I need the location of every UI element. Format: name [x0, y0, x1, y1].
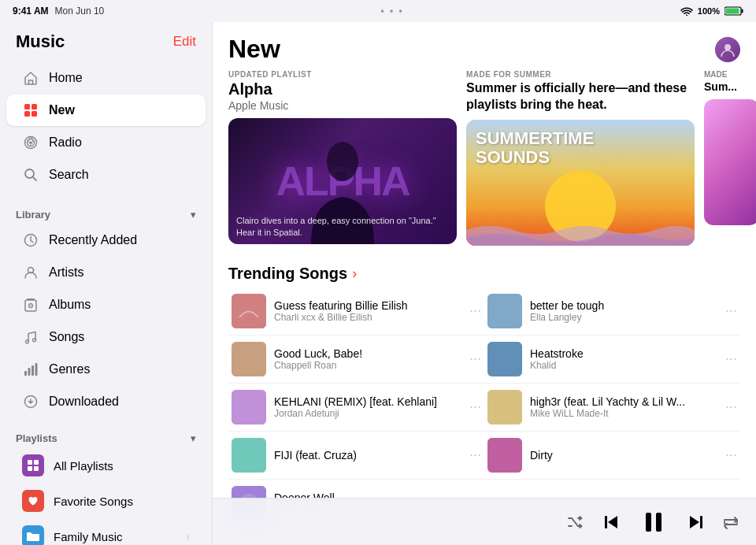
svg-rect-37 — [487, 390, 522, 425]
genres-label: Genres — [49, 362, 90, 376]
song-row[interactable]: better be tough Ella Langley ··· — [484, 287, 740, 336]
song-more-button[interactable]: ··· — [469, 350, 481, 367]
now-playing-bar — [213, 498, 756, 545]
song-more-button[interactable]: ··· — [725, 350, 737, 367]
sidebar-item-radio-label: Radio — [49, 135, 82, 150]
song-title: FIJI (feat. Cruza) — [274, 449, 461, 462]
svg-point-16 — [30, 305, 32, 306]
sidebar-item-songs[interactable]: Songs — [6, 321, 206, 353]
song-artist: Jordan Adetunji — [274, 408, 461, 419]
albums-label: Albums — [49, 298, 91, 312]
family-music-arrow-icon: › — [186, 530, 190, 543]
song-row[interactable]: Guess featuring Billie Eilish Charli xcx… — [228, 287, 484, 336]
edit-button[interactable]: Edit — [173, 34, 196, 50]
featured-card-partial[interactable]: MADE Sum... — [704, 70, 756, 246]
svg-rect-25 — [34, 460, 39, 465]
next-button[interactable] — [684, 513, 706, 532]
sidebar-item-recently-added[interactable]: Recently Added — [6, 224, 206, 256]
song-row[interactable]: high3r (feat. Lil Yachty & Lil W... Mike… — [484, 384, 740, 432]
sidebar-item-genres[interactable]: Genres — [6, 354, 206, 385]
repeat-button[interactable] — [721, 513, 740, 531]
library-chevron-icon: ▾ — [191, 209, 196, 221]
play-pause-button[interactable] — [639, 508, 668, 536]
playlist-item-favorites[interactable]: Favorite Songs — [6, 484, 206, 518]
sidebar-item-search[interactable]: Search — [6, 159, 206, 191]
sidebar-item-search-label: Search — [49, 168, 89, 182]
shuffle-button[interactable] — [567, 514, 586, 530]
svg-rect-1 — [742, 9, 743, 13]
song-more-button[interactable]: ··· — [469, 399, 481, 415]
app-container: Music Edit Home — [0, 22, 756, 545]
battery-icon — [724, 6, 743, 16]
svg-rect-39 — [487, 438, 522, 473]
song-more-button[interactable]: ··· — [469, 302, 481, 319]
playlist-item-family[interactable]: Family Music › — [6, 519, 206, 545]
song-title: KEHLANI (REMIX) [feat. Kehlani] — [274, 395, 461, 408]
song-info: high3r (feat. Lil Yachty & Lil W... Mike… — [530, 395, 717, 419]
alpha-bg: ALPHA Clairo dives into a deep, easy con… — [228, 118, 457, 244]
partial-meta: MADE — [704, 70, 756, 79]
song-row[interactable]: Good Luck, Babe! Chappell Roan ··· — [228, 336, 484, 384]
song-info: Heatstroke Khalid — [530, 347, 717, 371]
song-art — [487, 390, 522, 425]
trending-arrow-icon[interactable]: › — [352, 265, 357, 282]
avatar-image — [715, 37, 740, 62]
songs-grid: Guess featuring Billie Eilish Charli xcx… — [213, 287, 756, 528]
alpha-card-image: ALPHA Clairo dives into a deep, easy con… — [228, 118, 457, 244]
svg-rect-3 — [24, 104, 30, 109]
avatar-button[interactable] — [715, 37, 740, 62]
song-more-button[interactable]: ··· — [725, 399, 737, 415]
downloaded-icon — [22, 393, 39, 410]
svg-point-18 — [33, 339, 36, 342]
avatar-icon — [718, 40, 737, 59]
song-title: Good Luck, Babe! — [274, 347, 461, 360]
svg-rect-26 — [28, 466, 32, 471]
playlists-items: All Playlists Favorite Songs Family — [0, 447, 212, 545]
sidebar-item-home-label: Home — [49, 71, 83, 85]
song-more-button[interactable]: ··· — [725, 447, 737, 463]
songs-icon — [22, 328, 39, 346]
alpha-card-meta: UPDATED PLAYLIST — [228, 70, 457, 79]
favorite-songs-icon — [22, 490, 44, 512]
sidebar-header: Music Edit — [0, 22, 212, 58]
summer-card-meta: MADE FOR SUMMER — [466, 70, 695, 79]
playlists-title: Playlists — [16, 432, 57, 444]
status-time: 9:41 AM Mon Jun 10 — [13, 6, 104, 17]
svg-rect-34 — [232, 342, 266, 376]
featured-card-alpha[interactable]: UPDATED PLAYLIST Alpha Apple Music ALPHA… — [228, 70, 457, 246]
search-icon — [22, 166, 39, 184]
song-more-button[interactable]: ··· — [725, 302, 737, 319]
sidebar-item-home[interactable]: Home — [6, 62, 206, 94]
song-row[interactable]: FIJI (feat. Cruza) ··· — [228, 432, 484, 480]
sidebar-nav: Home New — [0, 58, 212, 195]
shuffle-icon — [567, 514, 586, 530]
svg-rect-27 — [34, 466, 39, 471]
svg-rect-38 — [232, 438, 266, 473]
recently-added-icon — [22, 232, 39, 249]
song-art — [232, 390, 266, 425]
sidebar-item-radio[interactable]: Radio — [6, 127, 206, 158]
svg-rect-19 — [24, 371, 27, 376]
song-art — [232, 342, 266, 376]
sidebar-item-artists[interactable]: Artists — [6, 257, 206, 288]
song-row[interactable]: KEHLANI (REMIX) [feat. Kehlani] Jordan A… — [228, 384, 484, 432]
featured-card-summer[interactable]: MADE FOR SUMMER Summer is officially her… — [466, 70, 695, 246]
library-title: Library — [16, 209, 50, 221]
song-title: high3r (feat. Lil Yachty & Lil W... — [530, 395, 717, 408]
song-more-button[interactable]: ··· — [469, 447, 481, 463]
song-artist: Mike WiLL Made-It — [530, 408, 717, 419]
sidebar-item-new[interactable]: New — [6, 95, 206, 126]
next-icon — [684, 513, 706, 532]
song-info: Good Luck, Babe! Chappell Roan — [274, 347, 461, 371]
song-info: Guess featuring Billie Eilish Charli xcx… — [274, 299, 461, 323]
song-row[interactable]: Heatstroke Khalid ··· — [484, 336, 740, 384]
sidebar: Music Edit Home — [0, 22, 213, 545]
sidebar-item-albums[interactable]: Albums — [6, 289, 206, 321]
sidebar-item-downloaded[interactable]: Downloaded — [6, 386, 206, 417]
trending-title: Trending Songs — [228, 265, 347, 283]
song-row[interactable]: Dirty ··· — [484, 432, 740, 480]
previous-button[interactable] — [602, 513, 624, 532]
summer-text: SUMMERTIMESOUNDS — [476, 129, 594, 167]
playlist-item-all[interactable]: All Playlists — [6, 448, 206, 483]
song-info: better be tough Ella Langley — [530, 299, 717, 323]
